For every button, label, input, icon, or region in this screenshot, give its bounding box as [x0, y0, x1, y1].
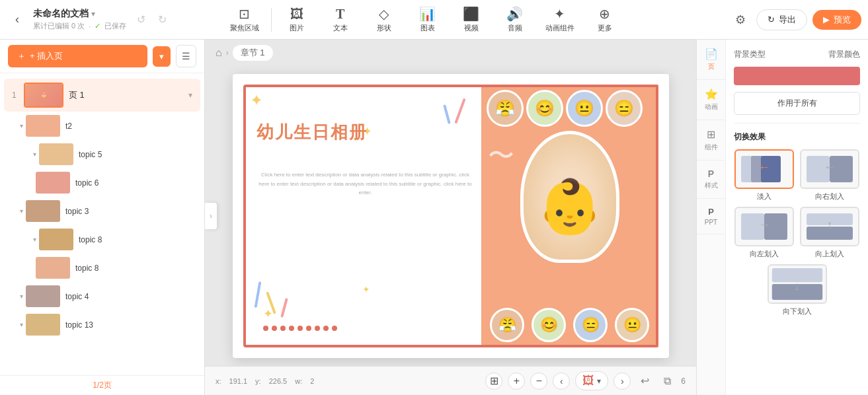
tab-style[interactable]: P 样式	[697, 161, 725, 199]
transition-fade-in-label: 淡入	[757, 192, 771, 201]
page-counter: 1/2页	[0, 375, 204, 395]
doc-title-arrow[interactable]: ▾	[91, 9, 95, 18]
transition-slide-right-preview: ←	[800, 149, 859, 189]
dot-5	[297, 326, 303, 331]
topic-2-thumb	[26, 115, 60, 137]
baby-photo: 👶	[520, 131, 619, 263]
copy-button[interactable]: ⧉	[658, 373, 676, 390]
tool-anim-label: 动画组件	[545, 23, 574, 33]
tab-ppt[interactable]: P PPT	[697, 199, 725, 234]
tool-video[interactable]: ⬛ 视频	[450, 3, 493, 36]
tool-focus-label: 聚焦区域	[230, 23, 259, 33]
dot-2	[272, 326, 277, 331]
topic-4-thumb	[26, 285, 60, 307]
dot-1	[263, 326, 268, 331]
tab-page[interactable]: 📄 页	[697, 40, 725, 80]
face-top-row: 😤 😊 😐 😑	[487, 90, 653, 127]
transition-slide-down[interactable]: ↓ 向下划入	[734, 264, 860, 316]
zoom-in-button[interactable]: +	[508, 373, 525, 390]
back-button[interactable]: ‹	[7, 9, 28, 30]
top-toolbar: ‹ 未命名的文档 ▾ 累计已编辑 0 次 · ✓ 已保存 ↺ ↻ ⊡ 聚焦区域 …	[0, 0, 868, 40]
topic-8a-label: topic 8	[79, 235, 192, 244]
page-indicator-dropdown[interactable]: ▾	[597, 377, 601, 386]
tab-components[interactable]: ⊞ 组件	[697, 120, 725, 161]
bg-type-row: 背景类型 背景颜色	[734, 49, 860, 60]
grid-view-button[interactable]: ⊞	[485, 373, 502, 390]
tool-video-label: 视频	[464, 23, 479, 33]
topic-6-item[interactable]: topic 6	[4, 168, 200, 197]
transition-slide-left-label: 向左划入	[750, 249, 779, 259]
transition-slide-left[interactable]: → 向左划入	[734, 207, 795, 259]
topic-4-expand[interactable]: ▾ topic 4	[4, 282, 200, 310]
transition-slide-right[interactable]: ← 向右划入	[800, 149, 861, 201]
tool-shape[interactable]: ◇ 形状	[363, 3, 405, 36]
topic-5-expand[interactable]: ▾ topic 5	[4, 140, 200, 168]
topic-8a-expand[interactable]: ▾ topic 8	[4, 225, 200, 254]
face-bottom-row: 😤 😊 😑 😐	[487, 308, 653, 342]
tool-shape-label: 形状	[377, 23, 391, 33]
topic-8a-thumb	[39, 229, 73, 250]
topic-3-expand[interactable]: ▾ topic 3	[4, 197, 200, 225]
preview-button[interactable]: ▶ 预览	[812, 10, 861, 30]
tab-animation[interactable]: ⭐ 动画	[697, 80, 725, 120]
canvas-expand-arrow[interactable]: ›	[205, 203, 217, 229]
components-tab-icon: ⊞	[707, 128, 715, 141]
tool-focus[interactable]: ⊡ 聚焦区域	[222, 3, 267, 36]
right-full-panel: 📄 页 ⭐ 动画 ⊞ 组件 P 样式 P PPT	[697, 40, 868, 395]
tool-chart[interactable]: 📊 图表	[407, 3, 449, 36]
undo-button[interactable]: ↺	[132, 11, 150, 29]
bg-type-label: 背景类型	[734, 49, 766, 60]
zoom-out-button[interactable]: −	[530, 373, 547, 390]
page-expand-arrow-1[interactable]: ▾	[188, 90, 192, 100]
topic-8b-item[interactable]: topic 8	[4, 254, 200, 282]
rotate-button[interactable]: ↩	[636, 373, 653, 390]
transition-fade-in[interactable]: ← 淡入	[734, 149, 795, 201]
tool-image[interactable]: 🖼 图片	[276, 4, 318, 36]
topic-2-label: t2	[65, 122, 192, 131]
insert-page-button[interactable]: ＋ + 插入页	[8, 45, 147, 67]
topic-5-thumb	[39, 143, 73, 165]
slide-right-area: 😤 😊 😐 😑 👶 〜 😤 😊 😑	[481, 85, 658, 347]
redo-button[interactable]: ↻	[153, 11, 171, 29]
saved-status: 已保存	[104, 21, 126, 31]
bg-color-preview[interactable]	[734, 67, 860, 85]
section-divider	[734, 123, 860, 124]
topic-5-arrow: ▾	[33, 151, 36, 158]
apply-all-button[interactable]: 作用于所有	[734, 92, 860, 115]
topic-2-arrow: ▾	[20, 122, 23, 129]
tool-more[interactable]: ⊕ 更多	[584, 3, 626, 36]
next-page-button[interactable]: ›	[613, 373, 631, 390]
insert-arrow-button[interactable]: ▾	[153, 46, 171, 67]
settings-button[interactable]: ⚙	[730, 9, 751, 30]
menu-button[interactable]: ☰	[176, 45, 196, 67]
transition-slide-up[interactable]: ↑ 向上划入	[800, 207, 861, 259]
page-entry-1[interactable]: 1 🎂 页 1 ▾	[4, 79, 200, 112]
breadcrumb-home-icon[interactable]: ⌂	[216, 47, 222, 59]
face-1: 😤	[487, 90, 524, 127]
slide-thumb-icon: 🖼	[582, 374, 594, 388]
ppt-tab-label: PPT	[705, 219, 717, 226]
page-label-1: 页 1	[69, 89, 188, 101]
breadcrumb-section[interactable]: 章节 1	[233, 45, 273, 61]
insert-label: + 插入页	[30, 50, 63, 62]
slide-canvas[interactable]: ✦ ✦ ✦ ✦ 幼儿生日相册 Click here to enter text …	[233, 74, 669, 358]
topic-2-expand[interactable]: ▾ t2	[4, 112, 200, 140]
page-thumb-1: 🎂	[24, 83, 63, 108]
prev-page-button[interactable]: ‹	[553, 373, 570, 390]
dot-8	[323, 326, 329, 331]
page-tab-label: 页	[708, 62, 715, 71]
tool-text[interactable]: T 文本	[319, 4, 362, 36]
canvas-wrapper: › ✦ ✦ ✦ ✦ 幼儿生日相	[205, 66, 696, 366]
tool-audio-label: 音频	[508, 23, 522, 33]
breadcrumb-separator: ›	[226, 48, 229, 57]
bg-color-label[interactable]: 背景颜色	[828, 49, 860, 60]
topic-13-label: topic 13	[65, 320, 192, 330]
export-button[interactable]: ↻ 导出	[756, 9, 807, 30]
canvas-area: ⌂ › 章节 1 › ✦ ✦ ✦ ✦	[205, 40, 696, 395]
text-icon: T	[336, 7, 344, 22]
w-value: 2	[310, 377, 314, 385]
topic-13-expand[interactable]: ▾ topic 13	[4, 310, 200, 339]
tool-anim[interactable]: ✦ 动画组件	[537, 3, 582, 36]
tool-audio[interactable]: 🔊 音频	[494, 3, 536, 36]
face-6: 😊	[532, 308, 566, 342]
